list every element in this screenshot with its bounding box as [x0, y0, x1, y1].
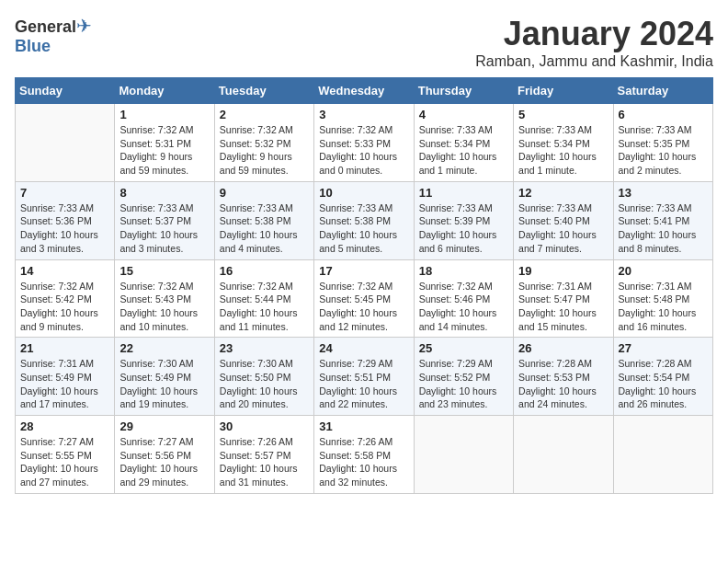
day-info: Sunrise: 7:28 AMSunset: 5:54 PMDaylight:…	[619, 357, 708, 411]
day-info: Sunrise: 7:33 AMSunset: 5:36 PMDaylight:…	[20, 201, 109, 256]
day-number: 23	[220, 341, 309, 355]
day-number: 19	[518, 264, 608, 278]
day-number: 7	[20, 186, 109, 200]
day-info: Sunrise: 7:32 AMSunset: 5:44 PMDaylight:…	[220, 280, 309, 334]
day-info: Sunrise: 7:26 AMSunset: 5:57 PMDaylight:…	[220, 435, 309, 489]
day-number: 10	[319, 186, 408, 200]
day-number: 29	[119, 419, 209, 433]
day-info: Sunrise: 7:33 AMSunset: 5:37 PMDaylight:…	[119, 201, 209, 256]
day-number: 18	[419, 264, 508, 278]
day-info: Sunrise: 7:33 AMSunset: 5:40 PMDaylight:…	[518, 201, 608, 256]
calendar-cell: 11Sunrise: 7:33 AMSunset: 5:39 PMDayligh…	[414, 181, 513, 259]
calendar-cell: 30Sunrise: 7:26 AMSunset: 5:57 PMDayligh…	[214, 416, 313, 494]
calendar-cell: 31Sunrise: 7:26 AMSunset: 5:58 PMDayligh…	[314, 416, 414, 494]
day-info: Sunrise: 7:31 AMSunset: 5:47 PMDaylight:…	[518, 280, 608, 334]
day-info: Sunrise: 7:33 AMSunset: 5:34 PMDaylight:…	[419, 123, 508, 178]
day-number: 28	[20, 419, 109, 433]
calendar-cell: 7Sunrise: 7:33 AMSunset: 5:36 PMDaylight…	[16, 181, 115, 259]
day-info: Sunrise: 7:33 AMSunset: 5:41 PMDaylight:…	[619, 201, 708, 256]
day-number: 27	[619, 341, 708, 355]
dow-header: Wednesday	[314, 78, 414, 104]
day-info: Sunrise: 7:32 AMSunset: 5:43 PMDaylight:…	[119, 280, 209, 334]
logo-general-text: General	[15, 17, 76, 36]
day-number: 24	[319, 341, 408, 355]
day-number: 22	[119, 341, 209, 355]
dow-header: Sunday	[16, 78, 115, 104]
day-info: Sunrise: 7:31 AMSunset: 5:48 PMDaylight:…	[619, 280, 708, 334]
calendar-table: SundayMondayTuesdayWednesdayThursdayFrid…	[15, 77, 713, 494]
day-info: Sunrise: 7:30 AMSunset: 5:50 PMDaylight:…	[220, 357, 309, 411]
day-info: Sunrise: 7:33 AMSunset: 5:35 PMDaylight:…	[619, 123, 708, 178]
day-number: 14	[20, 264, 109, 278]
day-number: 31	[319, 419, 408, 433]
calendar-cell	[16, 104, 115, 182]
day-number: 1	[119, 108, 209, 121]
calendar-cell: 1Sunrise: 7:32 AMSunset: 5:31 PMDaylight…	[115, 104, 214, 182]
calendar-cell: 17Sunrise: 7:32 AMSunset: 5:45 PMDayligh…	[314, 259, 414, 338]
day-info: Sunrise: 7:32 AMSunset: 5:31 PMDaylight:…	[119, 123, 209, 178]
dow-header: Monday	[115, 78, 214, 104]
day-number: 9	[220, 186, 309, 200]
day-number: 12	[518, 186, 608, 200]
calendar-cell: 2Sunrise: 7:32 AMSunset: 5:32 PMDaylight…	[214, 104, 313, 182]
dow-header: Tuesday	[214, 78, 313, 104]
dow-header: Thursday	[414, 78, 513, 104]
day-number: 5	[518, 108, 608, 121]
calendar-cell: 18Sunrise: 7:32 AMSunset: 5:46 PMDayligh…	[414, 259, 513, 338]
day-number: 15	[119, 264, 209, 278]
day-info: Sunrise: 7:32 AMSunset: 5:42 PMDaylight:…	[20, 280, 109, 334]
day-info: Sunrise: 7:33 AMSunset: 5:38 PMDaylight:…	[220, 201, 309, 256]
day-info: Sunrise: 7:28 AMSunset: 5:53 PMDaylight:…	[518, 357, 608, 411]
calendar-cell: 4Sunrise: 7:33 AMSunset: 5:34 PMDaylight…	[414, 104, 513, 182]
day-info: Sunrise: 7:29 AMSunset: 5:52 PMDaylight:…	[419, 357, 508, 411]
calendar-cell: 10Sunrise: 7:33 AMSunset: 5:38 PMDayligh…	[314, 181, 414, 259]
calendar-cell: 5Sunrise: 7:33 AMSunset: 5:34 PMDaylight…	[514, 104, 613, 182]
day-number: 30	[220, 419, 309, 433]
calendar-cell: 26Sunrise: 7:28 AMSunset: 5:53 PMDayligh…	[514, 338, 613, 416]
dow-header: Friday	[514, 78, 613, 104]
calendar-cell: 13Sunrise: 7:33 AMSunset: 5:41 PMDayligh…	[613, 181, 712, 259]
day-number: 2	[220, 108, 309, 121]
day-info: Sunrise: 7:33 AMSunset: 5:34 PMDaylight:…	[518, 123, 608, 178]
logo: General✈ Blue	[15, 15, 92, 56]
day-info: Sunrise: 7:27 AMSunset: 5:55 PMDaylight:…	[20, 435, 109, 489]
day-number: 20	[619, 264, 708, 278]
calendar-cell	[514, 416, 613, 494]
day-number: 13	[619, 186, 708, 200]
calendar-cell: 21Sunrise: 7:31 AMSunset: 5:49 PMDayligh…	[16, 338, 115, 416]
logo-blue-text: Blue	[15, 37, 51, 55]
day-info: Sunrise: 7:29 AMSunset: 5:51 PMDaylight:…	[319, 357, 408, 411]
day-info: Sunrise: 7:33 AMSunset: 5:39 PMDaylight:…	[419, 201, 508, 256]
calendar-cell	[613, 416, 712, 494]
day-number: 11	[419, 186, 508, 200]
calendar-cell: 20Sunrise: 7:31 AMSunset: 5:48 PMDayligh…	[613, 259, 712, 338]
calendar-cell: 19Sunrise: 7:31 AMSunset: 5:47 PMDayligh…	[514, 259, 613, 338]
calendar-cell: 14Sunrise: 7:32 AMSunset: 5:42 PMDayligh…	[16, 259, 115, 338]
day-info: Sunrise: 7:31 AMSunset: 5:49 PMDaylight:…	[20, 357, 109, 411]
calendar-cell: 16Sunrise: 7:32 AMSunset: 5:44 PMDayligh…	[214, 259, 313, 338]
calendar-cell: 24Sunrise: 7:29 AMSunset: 5:51 PMDayligh…	[314, 338, 414, 416]
day-info: Sunrise: 7:32 AMSunset: 5:45 PMDaylight:…	[319, 280, 408, 334]
day-info: Sunrise: 7:30 AMSunset: 5:49 PMDaylight:…	[119, 357, 209, 411]
logo-bird-icon: ✈	[76, 16, 92, 36]
calendar-cell: 28Sunrise: 7:27 AMSunset: 5:55 PMDayligh…	[16, 416, 115, 494]
day-info: Sunrise: 7:33 AMSunset: 5:38 PMDaylight:…	[319, 201, 408, 256]
day-info: Sunrise: 7:27 AMSunset: 5:56 PMDaylight:…	[119, 435, 209, 489]
day-number: 4	[419, 108, 508, 121]
day-number: 17	[319, 264, 408, 278]
page-header: General✈ Blue January 2024 Ramban, Jammu…	[15, 15, 713, 70]
calendar-title: January 2024	[475, 15, 713, 53]
calendar-cell: 22Sunrise: 7:30 AMSunset: 5:49 PMDayligh…	[115, 338, 214, 416]
calendar-cell: 23Sunrise: 7:30 AMSunset: 5:50 PMDayligh…	[214, 338, 313, 416]
day-number: 25	[419, 341, 508, 355]
title-block: January 2024 Ramban, Jammu and Kashmir, …	[475, 15, 713, 70]
day-number: 6	[619, 108, 708, 121]
day-info: Sunrise: 7:32 AMSunset: 5:33 PMDaylight:…	[319, 123, 408, 178]
calendar-subtitle: Ramban, Jammu and Kashmir, India	[475, 53, 713, 70]
day-number: 3	[319, 108, 408, 121]
day-number: 21	[20, 341, 109, 355]
calendar-cell: 6Sunrise: 7:33 AMSunset: 5:35 PMDaylight…	[613, 104, 712, 182]
dow-header: Saturday	[613, 78, 712, 104]
calendar-cell: 8Sunrise: 7:33 AMSunset: 5:37 PMDaylight…	[115, 181, 214, 259]
calendar-cell: 3Sunrise: 7:32 AMSunset: 5:33 PMDaylight…	[314, 104, 414, 182]
